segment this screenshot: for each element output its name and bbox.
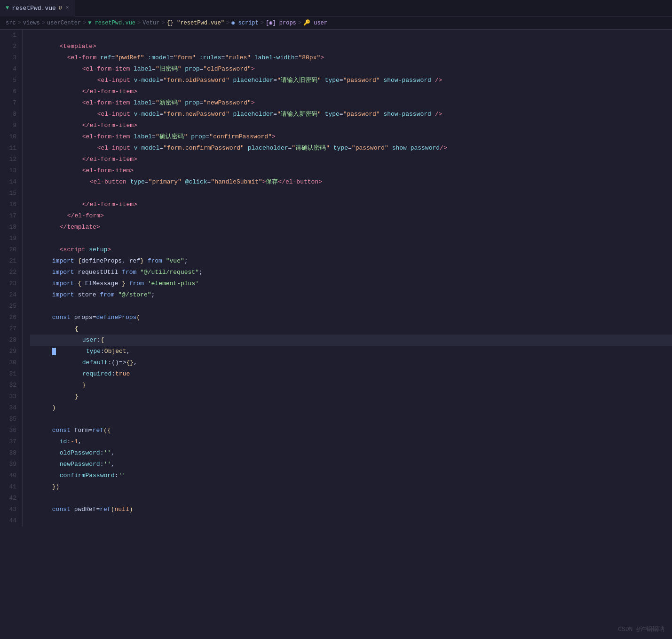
bc-sep1: > bbox=[18, 20, 21, 26]
code-line-35: const form=ref({ bbox=[30, 414, 672, 425]
code-line-41 bbox=[30, 481, 672, 493]
editor: 1 2 3 4 5 6 7 8 9 10 11 12 13 14 15 16 1… bbox=[0, 30, 672, 527]
code-line-18 bbox=[30, 222, 672, 233]
ln-16: 16 bbox=[4, 199, 16, 210]
ln-23: 23 bbox=[4, 278, 16, 289]
ln-22: 22 bbox=[4, 267, 16, 278]
ln-31: 31 bbox=[4, 368, 16, 380]
ln-30: 30 bbox=[4, 357, 16, 368]
code-line-2: <el-form ref="pwdRef" :model="form" :rul… bbox=[30, 41, 672, 52]
code-line-25: const props=defineProps( bbox=[30, 301, 672, 312]
ln-1: 1 bbox=[4, 30, 16, 41]
ln-24: 24 bbox=[4, 289, 16, 301]
ln-37: 37 bbox=[4, 436, 16, 447]
ln-33: 33 bbox=[4, 391, 16, 402]
ln-32: 32 bbox=[4, 380, 16, 391]
ln-44: 44 bbox=[4, 515, 16, 527]
code-line-34 bbox=[30, 402, 672, 414]
bc-user: 🔑 user bbox=[303, 19, 327, 26]
tab-modified: U bbox=[59, 5, 62, 11]
tab-bar: ▼ resetPwd.vue U × bbox=[0, 0, 672, 16]
code-content[interactable]: <template> <el-form ref="pwdRef" :model=… bbox=[23, 30, 672, 527]
ln-4: 4 bbox=[4, 64, 16, 75]
bc-obj: {} "resetPwd.vue" bbox=[167, 20, 224, 26]
code-line-37: oldPassword:'', bbox=[30, 436, 672, 447]
bc-views: views bbox=[23, 20, 40, 26]
ln-18: 18 bbox=[4, 222, 16, 233]
watermark-text: CSDN @许锅锅呐 bbox=[618, 625, 664, 633]
code-line-32: } bbox=[30, 380, 672, 391]
tab-filename: resetPwd.vue bbox=[12, 5, 56, 12]
ln-38: 38 bbox=[4, 447, 16, 459]
bc-script: ◉ script bbox=[231, 19, 259, 26]
code-line-19: <script setup> bbox=[30, 233, 672, 244]
ln-9: 9 bbox=[4, 120, 16, 131]
ln-39: 39 bbox=[4, 459, 16, 470]
ln-34: 34 bbox=[4, 402, 16, 414]
bc-file: ▼ resetPwd.vue bbox=[88, 20, 135, 26]
code-line-1: <template> bbox=[30, 30, 672, 41]
ln-14: 14 bbox=[4, 176, 16, 188]
bc-props: [◉] props bbox=[266, 19, 296, 26]
ln-8: 8 bbox=[4, 109, 16, 120]
ln-27: 27 bbox=[4, 323, 16, 335]
ln-35: 35 bbox=[4, 414, 16, 425]
ln-17: 17 bbox=[4, 210, 16, 222]
ln-10: 10 bbox=[4, 131, 16, 143]
code-line-15: </el-form-item> bbox=[30, 188, 672, 199]
code-line-44: form.value=props.user; bbox=[30, 515, 672, 527]
code-line-33: ) bbox=[30, 391, 672, 402]
ln-42: 42 bbox=[4, 493, 16, 504]
ln-5: 5 bbox=[4, 75, 16, 86]
ln-13: 13 bbox=[4, 165, 16, 176]
bc-usercenter: userCenter bbox=[47, 20, 81, 26]
bc-sep4: > bbox=[137, 20, 141, 26]
ln-6: 6 bbox=[4, 86, 16, 97]
ln-21: 21 bbox=[4, 256, 16, 267]
bc-sep5: > bbox=[161, 20, 165, 26]
ln-15: 15 bbox=[4, 188, 16, 199]
bc-sep6: > bbox=[226, 20, 229, 26]
ln-36: 36 bbox=[4, 425, 16, 436]
code-line-17: </template> bbox=[30, 210, 672, 222]
ln-28: 28 bbox=[4, 335, 16, 346]
vue-icon: ▼ bbox=[6, 5, 9, 11]
code-line-38: newPassword:'', bbox=[30, 447, 672, 459]
ln-3: 3 bbox=[4, 52, 16, 64]
bc-src: src bbox=[6, 20, 16, 26]
bc-sep7: > bbox=[261, 20, 264, 26]
ln-19: 19 bbox=[4, 233, 16, 244]
code-line-36: id:-1, bbox=[30, 425, 672, 436]
code-line-42: const pwdRef=ref(null) bbox=[30, 493, 672, 504]
ln-40: 40 bbox=[4, 470, 16, 481]
ln-41: 41 bbox=[4, 481, 16, 493]
breadcrumb: src > views > userCenter > ▼ resetPwd.vu… bbox=[0, 16, 672, 30]
ln-29: 29 bbox=[4, 346, 16, 357]
tab-close-button[interactable]: × bbox=[65, 5, 69, 11]
bc-sep8: > bbox=[298, 20, 301, 26]
ln-20: 20 bbox=[4, 244, 16, 256]
ln-7: 7 bbox=[4, 97, 16, 109]
ln-25: 25 bbox=[4, 301, 16, 312]
ln-12: 12 bbox=[4, 154, 16, 165]
code-line-20: import {defineProps, ref} from "vue"; bbox=[30, 244, 672, 256]
bc-sep2: > bbox=[42, 20, 45, 26]
line-numbers: 1 2 3 4 5 6 7 8 9 10 11 12 13 14 15 16 1… bbox=[0, 30, 23, 527]
code-line-40: }) bbox=[30, 470, 672, 481]
tab-resetpwd[interactable]: ▼ resetPwd.vue U × bbox=[0, 0, 75, 16]
ln-2: 2 bbox=[4, 41, 16, 52]
ln-26: 26 bbox=[4, 312, 16, 323]
code-line-27: user:{ bbox=[30, 323, 672, 335]
bc-vetur: Vetur bbox=[142, 20, 159, 26]
ln-11: 11 bbox=[4, 143, 16, 154]
ln-43: 43 bbox=[4, 504, 16, 515]
code-line-39: confirmPassword:'' bbox=[30, 459, 672, 470]
code-line-28: type:Object, bbox=[30, 335, 672, 346]
bc-sep3: > bbox=[83, 20, 86, 26]
